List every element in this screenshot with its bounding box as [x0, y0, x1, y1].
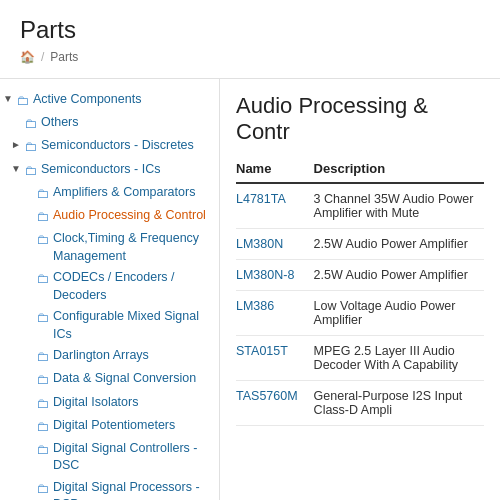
folder-icon: 🗀 [36, 441, 49, 459]
sidebar-item-darlington[interactable]: 🗀Darlington Arrays [0, 345, 219, 368]
table-row[interactable]: LM380N-82.5W Audio Power Amplifier [236, 260, 484, 291]
sidebar-item-audio-processing[interactable]: 🗀Audio Processing & Control [0, 205, 219, 228]
sidebar-item-label: Amplifiers & Comparators [53, 184, 211, 202]
sidebar-item-label: Semiconductors - Discretes [41, 137, 211, 155]
sidebar-item-amplifiers[interactable]: 🗀Amplifiers & Comparators [0, 182, 219, 205]
folder-icon: 🗀 [36, 309, 49, 327]
sidebar-item-label: Digital Potentiometers [53, 417, 211, 435]
folder-icon: 🗀 [36, 480, 49, 498]
page-title: Parts [20, 16, 480, 44]
sidebar-item-label: Clock,Timing & Frequency Management [53, 230, 211, 265]
table-row[interactable]: LM380N2.5W Audio Power Amplifier [236, 229, 484, 260]
content-title: Audio Processing & Contr [236, 93, 484, 145]
table-row[interactable]: LM386Low Voltage Audio Power Amplifier [236, 291, 484, 336]
sidebar-item-digital-isolators[interactable]: 🗀Digital Isolators [0, 392, 219, 415]
home-icon[interactable]: 🏠 [20, 50, 35, 64]
part-description: 3 Channel 35W Audio Power Amplifier with… [314, 183, 484, 229]
sidebar-item-label: Digital Signal Processors - DSP [53, 479, 211, 500]
sidebar-item-configurable-mixed[interactable]: 🗀Configurable Mixed Signal ICs [0, 306, 219, 345]
sidebar-item-label: Semiconductors - ICs [41, 161, 211, 179]
part-description: General-Purpose I2S Input Class-D Ampli [314, 381, 484, 426]
main-layout: ▼🗀Active Components🗀Others►🗀Semiconducto… [0, 79, 500, 500]
folder-icon: 🗀 [36, 371, 49, 389]
col-description-header: Description [314, 157, 484, 183]
folder-icon: 🗀 [36, 348, 49, 366]
folder-icon: 🗀 [24, 138, 37, 156]
sidebar-item-label: Audio Processing & Control [53, 207, 211, 225]
part-description: Low Voltage Audio Power Amplifier [314, 291, 484, 336]
part-description: MPEG 2.5 Layer III Audio Decoder With A … [314, 336, 484, 381]
sidebar: ▼🗀Active Components🗀Others►🗀Semiconducto… [0, 79, 220, 500]
breadcrumb-current: Parts [50, 50, 78, 64]
sidebar-item-semiconductors-discretes[interactable]: ►🗀Semiconductors - Discretes [0, 135, 219, 158]
folder-icon: 🗀 [16, 92, 29, 110]
sidebar-item-others[interactable]: 🗀Others [0, 112, 219, 135]
folder-icon: 🗀 [36, 185, 49, 203]
folder-icon: 🗀 [36, 418, 49, 436]
sidebar-item-label: Digital Isolators [53, 394, 211, 412]
part-name[interactable]: LM380N-8 [236, 260, 314, 291]
part-name[interactable]: L4781TA [236, 183, 314, 229]
sidebar-item-label: Data & Signal Conversion [53, 370, 211, 388]
parts-table: Name Description L4781TA3 Channel 35W Au… [236, 157, 484, 426]
breadcrumb: 🏠 / Parts [20, 50, 480, 74]
sidebar-item-digital-potentiometers[interactable]: 🗀Digital Potentiometers [0, 415, 219, 438]
part-description: 2.5W Audio Power Amplifier [314, 260, 484, 291]
sidebar-item-semiconductors-ics[interactable]: ▼🗀Semiconductors - ICs [0, 159, 219, 182]
sidebar-item-label: Digital Signal Controllers - DSC [53, 440, 211, 475]
folder-icon: 🗀 [36, 231, 49, 249]
sidebar-item-digital-signal-processors[interactable]: 🗀Digital Signal Processors - DSP [0, 477, 219, 500]
tree-toggle-icon: ► [8, 138, 24, 152]
sidebar-item-label: Darlington Arrays [53, 347, 211, 365]
table-row[interactable]: STA015TMPEG 2.5 Layer III Audio Decoder … [236, 336, 484, 381]
col-name-header: Name [236, 157, 314, 183]
sidebar-item-digital-signal-controllers[interactable]: 🗀Digital Signal Controllers - DSC [0, 438, 219, 477]
folder-icon: 🗀 [36, 208, 49, 226]
sidebar-item-data-signal[interactable]: 🗀Data & Signal Conversion [0, 368, 219, 391]
folder-icon: 🗀 [24, 162, 37, 180]
sidebar-item-clock-timing[interactable]: 🗀Clock,Timing & Frequency Management [0, 228, 219, 267]
sidebar-item-codecs[interactable]: 🗀CODECs / Encoders / Decoders [0, 267, 219, 306]
sidebar-item-active-components[interactable]: ▼🗀Active Components [0, 89, 219, 112]
sidebar-item-label: Others [41, 114, 211, 132]
tree-toggle-icon: ▼ [0, 92, 16, 106]
content-panel: Audio Processing & Contr Name Descriptio… [220, 79, 500, 500]
tree-toggle-icon: ▼ [8, 162, 24, 176]
part-name[interactable]: LM380N [236, 229, 314, 260]
part-name[interactable]: TAS5760M [236, 381, 314, 426]
breadcrumb-separator: / [41, 50, 44, 64]
part-name[interactable]: STA015T [236, 336, 314, 381]
folder-icon: 🗀 [24, 115, 37, 133]
page-header: Parts 🏠 / Parts [0, 0, 500, 79]
folder-icon: 🗀 [36, 395, 49, 413]
part-name[interactable]: LM386 [236, 291, 314, 336]
table-row[interactable]: TAS5760MGeneral-Purpose I2S Input Class-… [236, 381, 484, 426]
folder-icon: 🗀 [36, 270, 49, 288]
sidebar-item-label: Configurable Mixed Signal ICs [53, 308, 211, 343]
table-row[interactable]: L4781TA3 Channel 35W Audio Power Amplifi… [236, 183, 484, 229]
sidebar-item-label: CODECs / Encoders / Decoders [53, 269, 211, 304]
sidebar-item-label: Active Components [33, 91, 211, 109]
part-description: 2.5W Audio Power Amplifier [314, 229, 484, 260]
